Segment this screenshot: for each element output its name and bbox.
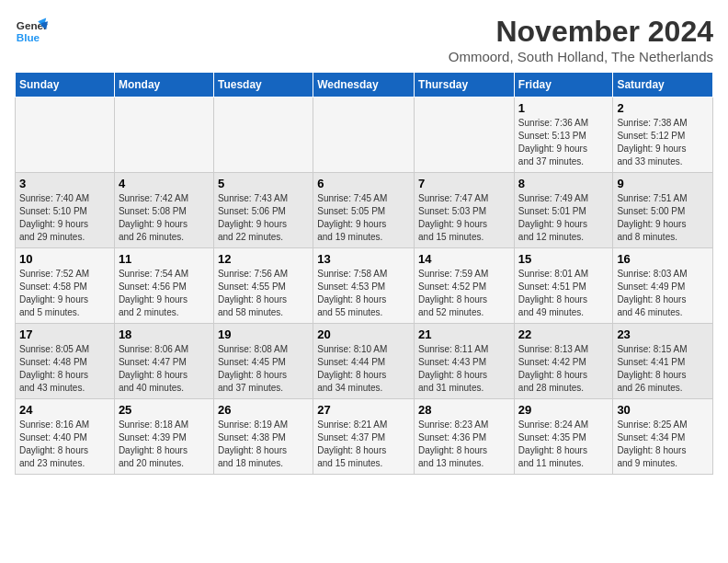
calendar-week-1: 1Sunrise: 7:36 AM Sunset: 5:13 PM Daylig… <box>16 98 713 173</box>
day-info: Sunrise: 7:52 AM Sunset: 4:58 PM Dayligh… <box>19 268 110 319</box>
calendar-week-5: 24Sunrise: 8:16 AM Sunset: 4:40 PM Dayli… <box>16 399 713 475</box>
day-number: 26 <box>218 403 309 417</box>
day-info: Sunrise: 7:56 AM Sunset: 4:55 PM Dayligh… <box>218 268 309 319</box>
day-info: Sunrise: 8:24 AM Sunset: 4:35 PM Dayligh… <box>518 419 609 470</box>
day-number: 1 <box>518 101 609 115</box>
calendar-cell: 13Sunrise: 7:58 AM Sunset: 4:53 PM Dayli… <box>313 248 415 324</box>
calendar-cell: 22Sunrise: 8:13 AM Sunset: 4:42 PM Dayli… <box>514 324 613 399</box>
column-header-thursday: Thursday <box>415 73 515 98</box>
day-info: Sunrise: 8:13 AM Sunset: 4:42 PM Dayligh… <box>518 343 609 395</box>
calendar-cell <box>313 98 415 173</box>
day-number: 22 <box>518 327 609 341</box>
column-header-wednesday: Wednesday <box>313 73 415 98</box>
calendar-cell <box>213 98 313 173</box>
calendar-cell: 1Sunrise: 7:36 AM Sunset: 5:13 PM Daylig… <box>514 98 613 173</box>
day-info: Sunrise: 8:23 AM Sunset: 4:36 PM Dayligh… <box>418 419 510 470</box>
calendar-table: SundayMondayTuesdayWednesdayThursdayFrid… <box>15 72 713 475</box>
calendar-cell: 9Sunrise: 7:51 AM Sunset: 5:00 PM Daylig… <box>613 173 713 248</box>
day-number: 17 <box>19 327 110 341</box>
day-number: 23 <box>617 327 709 341</box>
page-subtitle: Ommoord, South Holland, The Netherlands <box>449 49 713 64</box>
column-header-tuesday: Tuesday <box>213 73 313 98</box>
day-number: 29 <box>518 403 609 417</box>
day-number: 2 <box>617 101 709 115</box>
day-number: 30 <box>617 403 709 417</box>
calendar-cell: 21Sunrise: 8:11 AM Sunset: 4:43 PM Dayli… <box>415 324 515 399</box>
day-info: Sunrise: 8:05 AM Sunset: 4:48 PM Dayligh… <box>19 343 110 395</box>
day-number: 16 <box>617 252 709 266</box>
calendar-cell: 24Sunrise: 8:16 AM Sunset: 4:40 PM Dayli… <box>16 399 115 475</box>
calendar-cell: 15Sunrise: 8:01 AM Sunset: 4:51 PM Dayli… <box>514 248 613 324</box>
day-number: 14 <box>418 252 510 266</box>
column-header-friday: Friday <box>514 73 613 98</box>
calendar-week-4: 17Sunrise: 8:05 AM Sunset: 4:48 PM Dayli… <box>16 324 713 399</box>
column-header-monday: Monday <box>114 73 213 98</box>
day-info: Sunrise: 7:38 AM Sunset: 5:12 PM Dayligh… <box>617 117 709 168</box>
logo-icon: General Blue <box>15 15 48 48</box>
title-section: November 2024 Ommoord, South Holland, Th… <box>449 15 713 64</box>
day-info: Sunrise: 7:42 AM Sunset: 5:08 PM Dayligh… <box>119 192 210 244</box>
day-number: 27 <box>317 403 410 417</box>
day-number: 21 <box>418 327 510 341</box>
header-row: SundayMondayTuesdayWednesdayThursdayFrid… <box>16 73 713 98</box>
calendar-cell: 29Sunrise: 8:24 AM Sunset: 4:35 PM Dayli… <box>514 399 613 475</box>
calendar-cell: 30Sunrise: 8:25 AM Sunset: 4:34 PM Dayli… <box>613 399 713 475</box>
calendar-cell: 17Sunrise: 8:05 AM Sunset: 4:48 PM Dayli… <box>16 324 115 399</box>
day-info: Sunrise: 8:19 AM Sunset: 4:38 PM Dayligh… <box>218 419 309 470</box>
day-number: 5 <box>218 177 309 190</box>
calendar-cell: 11Sunrise: 7:54 AM Sunset: 4:56 PM Dayli… <box>114 248 213 324</box>
day-number: 25 <box>119 403 210 417</box>
calendar-cell <box>114 98 213 173</box>
column-header-saturday: Saturday <box>613 73 713 98</box>
day-info: Sunrise: 8:06 AM Sunset: 4:47 PM Dayligh… <box>119 343 210 395</box>
day-number: 24 <box>19 403 110 417</box>
day-number: 18 <box>119 327 210 341</box>
day-info: Sunrise: 7:36 AM Sunset: 5:13 PM Dayligh… <box>518 117 609 168</box>
day-info: Sunrise: 8:01 AM Sunset: 4:51 PM Dayligh… <box>518 268 609 319</box>
day-info: Sunrise: 7:47 AM Sunset: 5:03 PM Dayligh… <box>418 192 510 244</box>
day-info: Sunrise: 7:45 AM Sunset: 5:05 PM Dayligh… <box>317 192 410 244</box>
day-number: 13 <box>317 252 410 266</box>
day-info: Sunrise: 7:43 AM Sunset: 5:06 PM Dayligh… <box>218 192 309 244</box>
day-number: 6 <box>317 177 410 190</box>
day-number: 10 <box>19 252 110 266</box>
day-info: Sunrise: 8:16 AM Sunset: 4:40 PM Dayligh… <box>19 419 110 470</box>
calendar-week-2: 3Sunrise: 7:40 AM Sunset: 5:10 PM Daylig… <box>16 173 713 248</box>
day-info: Sunrise: 8:15 AM Sunset: 4:41 PM Dayligh… <box>617 343 709 395</box>
calendar-cell: 23Sunrise: 8:15 AM Sunset: 4:41 PM Dayli… <box>613 324 713 399</box>
day-info: Sunrise: 7:49 AM Sunset: 5:01 PM Dayligh… <box>518 192 609 244</box>
day-info: Sunrise: 7:40 AM Sunset: 5:10 PM Dayligh… <box>19 192 110 244</box>
day-info: Sunrise: 8:18 AM Sunset: 4:39 PM Dayligh… <box>119 419 210 470</box>
day-info: Sunrise: 7:59 AM Sunset: 4:52 PM Dayligh… <box>418 268 510 319</box>
calendar-cell: 8Sunrise: 7:49 AM Sunset: 5:01 PM Daylig… <box>514 173 613 248</box>
calendar-cell <box>415 98 515 173</box>
column-header-sunday: Sunday <box>16 73 115 98</box>
day-info: Sunrise: 8:10 AM Sunset: 4:44 PM Dayligh… <box>317 343 410 395</box>
page-header: General Blue November 2024 Ommoord, Sout… <box>15 15 713 64</box>
day-number: 7 <box>418 177 510 190</box>
day-info: Sunrise: 8:11 AM Sunset: 4:43 PM Dayligh… <box>418 343 510 395</box>
day-info: Sunrise: 8:21 AM Sunset: 4:37 PM Dayligh… <box>317 419 410 470</box>
calendar-cell: 25Sunrise: 8:18 AM Sunset: 4:39 PM Dayli… <box>114 399 213 475</box>
calendar-cell: 12Sunrise: 7:56 AM Sunset: 4:55 PM Dayli… <box>213 248 313 324</box>
calendar-cell: 27Sunrise: 8:21 AM Sunset: 4:37 PM Dayli… <box>313 399 415 475</box>
calendar-cell <box>16 98 115 173</box>
calendar-cell: 28Sunrise: 8:23 AM Sunset: 4:36 PM Dayli… <box>415 399 515 475</box>
day-number: 3 <box>19 177 110 190</box>
day-number: 11 <box>119 252 210 266</box>
day-info: Sunrise: 8:08 AM Sunset: 4:45 PM Dayligh… <box>218 343 309 395</box>
calendar-cell: 5Sunrise: 7:43 AM Sunset: 5:06 PM Daylig… <box>213 173 313 248</box>
calendar-cell: 14Sunrise: 7:59 AM Sunset: 4:52 PM Dayli… <box>415 248 515 324</box>
day-number: 8 <box>518 177 609 190</box>
day-number: 28 <box>418 403 510 417</box>
day-number: 4 <box>119 177 210 190</box>
calendar-cell: 16Sunrise: 8:03 AM Sunset: 4:49 PM Dayli… <box>613 248 713 324</box>
calendar-cell: 26Sunrise: 8:19 AM Sunset: 4:38 PM Dayli… <box>213 399 313 475</box>
calendar-cell: 6Sunrise: 7:45 AM Sunset: 5:05 PM Daylig… <box>313 173 415 248</box>
day-number: 15 <box>518 252 609 266</box>
calendar-cell: 20Sunrise: 8:10 AM Sunset: 4:44 PM Dayli… <box>313 324 415 399</box>
day-info: Sunrise: 8:25 AM Sunset: 4:34 PM Dayligh… <box>617 419 709 470</box>
page-title: November 2024 <box>449 15 713 49</box>
day-number: 19 <box>218 327 309 341</box>
svg-text:Blue: Blue <box>17 31 40 43</box>
